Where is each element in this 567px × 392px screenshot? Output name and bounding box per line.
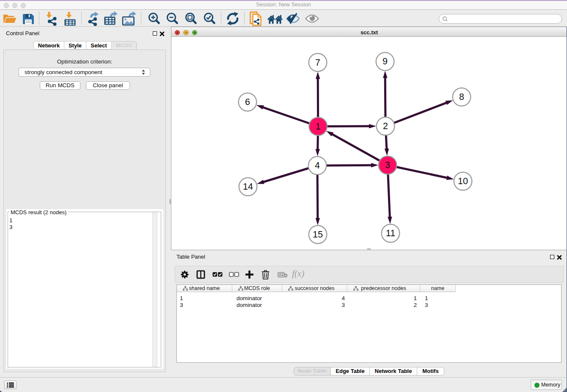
svg-text:11: 11 xyxy=(386,228,395,238)
svg-text:14: 14 xyxy=(243,182,253,192)
svg-text:8: 8 xyxy=(459,92,464,102)
svg-text:6: 6 xyxy=(245,97,250,107)
svg-text:10: 10 xyxy=(458,176,468,186)
svg-text:4: 4 xyxy=(315,160,320,171)
svg-text:15: 15 xyxy=(313,229,323,240)
svg-text:2: 2 xyxy=(383,121,388,131)
svg-text:1: 1 xyxy=(316,121,321,132)
svg-text:7: 7 xyxy=(315,58,320,68)
svg-text:9: 9 xyxy=(383,56,388,66)
svg-text:3: 3 xyxy=(385,160,390,170)
